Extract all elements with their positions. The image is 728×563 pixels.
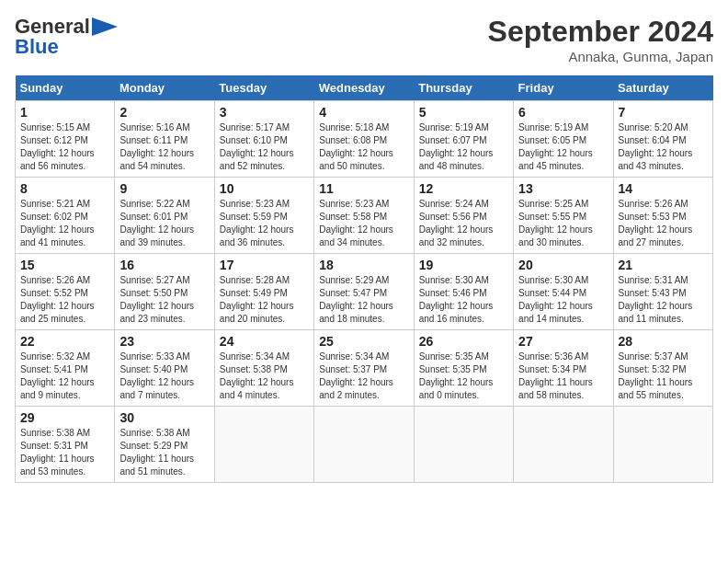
title-block: September 2024 Annaka, Gunma, Japan: [488, 15, 713, 64]
day-info: Sunrise: 5:18 AM Sunset: 6:08 PM Dayligh…: [319, 121, 408, 173]
day-number: 10: [220, 181, 309, 196]
day-number: 8: [20, 181, 109, 196]
day-info: Sunrise: 5:23 AM Sunset: 5:59 PM Dayligh…: [220, 198, 309, 249]
table-row: 2Sunrise: 5:16 AM Sunset: 6:11 PM Daylig…: [115, 101, 214, 178]
day-number: 25: [319, 334, 408, 349]
day-info: Sunrise: 5:26 AM Sunset: 5:53 PM Dayligh…: [619, 198, 708, 249]
day-info: Sunrise: 5:38 AM Sunset: 5:29 PM Dayligh…: [119, 427, 209, 478]
day-number: 19: [419, 258, 508, 272]
day-info: Sunrise: 5:36 AM Sunset: 5:34 PM Dayligh…: [518, 350, 608, 402]
table-row: 12Sunrise: 5:24 AM Sunset: 5:56 PM Dayli…: [414, 178, 513, 254]
day-number: 18: [319, 258, 408, 272]
svg-marker-0: [92, 17, 118, 36]
day-number: 15: [20, 258, 109, 272]
month-title: September 2024: [488, 15, 713, 49]
day-number: 14: [619, 181, 708, 196]
table-row: 4Sunrise: 5:18 AM Sunset: 6:08 PM Daylig…: [314, 101, 414, 178]
table-row: 29Sunrise: 5:38 AM Sunset: 5:31 PM Dayli…: [16, 407, 115, 483]
day-info: Sunrise: 5:21 AM Sunset: 6:02 PM Dayligh…: [20, 198, 109, 249]
day-number: 23: [119, 334, 209, 349]
table-row: [314, 407, 414, 483]
table-row: 20Sunrise: 5:30 AM Sunset: 5:44 PM Dayli…: [514, 254, 613, 330]
logo-arrow-icon: [92, 17, 118, 36]
calendar-header: Sunday Monday Tuesday Wednesday Thursday…: [16, 75, 713, 101]
table-row: 18Sunrise: 5:29 AM Sunset: 5:47 PM Dayli…: [314, 254, 414, 330]
day-number: 1: [20, 105, 109, 120]
col-monday: Monday: [115, 75, 214, 101]
location: Annaka, Gunma, Japan: [488, 49, 713, 64]
day-info: Sunrise: 5:32 AM Sunset: 5:41 PM Dayligh…: [20, 350, 109, 402]
calendar-week-row: 1Sunrise: 5:15 AM Sunset: 6:12 PM Daylig…: [16, 101, 713, 178]
table-row: [414, 407, 513, 483]
table-row: 25Sunrise: 5:34 AM Sunset: 5:37 PM Dayli…: [314, 330, 414, 407]
day-number: 27: [518, 334, 608, 349]
col-thursday: Thursday: [414, 75, 513, 101]
day-info: Sunrise: 5:15 AM Sunset: 6:12 PM Dayligh…: [20, 121, 109, 173]
day-number: 2: [119, 105, 209, 120]
day-number: 26: [419, 334, 508, 349]
col-wednesday: Wednesday: [314, 75, 414, 101]
day-number: 4: [319, 105, 408, 120]
day-info: Sunrise: 5:29 AM Sunset: 5:47 PM Dayligh…: [319, 274, 408, 326]
table-row: 14Sunrise: 5:26 AM Sunset: 5:53 PM Dayli…: [613, 178, 712, 254]
day-number: 6: [518, 105, 608, 120]
day-number: 28: [619, 334, 708, 349]
logo: General Blue: [15, 15, 118, 59]
table-row: 21Sunrise: 5:31 AM Sunset: 5:43 PM Dayli…: [613, 254, 712, 330]
table-row: [514, 407, 613, 483]
day-number: 12: [419, 181, 508, 196]
day-info: Sunrise: 5:20 AM Sunset: 6:04 PM Dayligh…: [619, 121, 708, 173]
table-row: 3Sunrise: 5:17 AM Sunset: 6:10 PM Daylig…: [214, 101, 313, 178]
day-info: Sunrise: 5:28 AM Sunset: 5:49 PM Dayligh…: [220, 274, 309, 326]
day-number: 5: [419, 105, 508, 120]
day-number: 13: [518, 181, 608, 196]
day-info: Sunrise: 5:19 AM Sunset: 6:05 PM Dayligh…: [518, 121, 608, 173]
day-number: 11: [319, 181, 408, 196]
day-info: Sunrise: 5:16 AM Sunset: 6:11 PM Dayligh…: [119, 121, 209, 173]
day-number: 24: [220, 334, 309, 349]
col-saturday: Saturday: [613, 75, 712, 101]
day-info: Sunrise: 5:25 AM Sunset: 5:55 PM Dayligh…: [518, 198, 608, 249]
table-row: 8Sunrise: 5:21 AM Sunset: 6:02 PM Daylig…: [16, 178, 115, 254]
day-info: Sunrise: 5:23 AM Sunset: 5:58 PM Dayligh…: [319, 198, 408, 249]
col-sunday: Sunday: [16, 75, 115, 101]
table-row: 5Sunrise: 5:19 AM Sunset: 6:07 PM Daylig…: [414, 101, 513, 178]
day-info: Sunrise: 5:22 AM Sunset: 6:01 PM Dayligh…: [119, 198, 209, 249]
page-header: General Blue September 2024 Annaka, Gunm…: [15, 15, 713, 64]
calendar-week-row: 29Sunrise: 5:38 AM Sunset: 5:31 PM Dayli…: [16, 407, 713, 483]
day-number: 20: [518, 258, 608, 272]
calendar-table: Sunday Monday Tuesday Wednesday Thursday…: [15, 75, 713, 483]
table-row: 30Sunrise: 5:38 AM Sunset: 5:29 PM Dayli…: [115, 407, 214, 483]
day-info: Sunrise: 5:26 AM Sunset: 5:52 PM Dayligh…: [20, 274, 109, 326]
col-tuesday: Tuesday: [214, 75, 313, 101]
table-row: 16Sunrise: 5:27 AM Sunset: 5:50 PM Dayli…: [115, 254, 214, 330]
table-row: [214, 407, 313, 483]
table-row: 28Sunrise: 5:37 AM Sunset: 5:32 PM Dayli…: [613, 330, 712, 407]
table-row: 17Sunrise: 5:28 AM Sunset: 5:49 PM Dayli…: [214, 254, 313, 330]
table-row: 7Sunrise: 5:20 AM Sunset: 6:04 PM Daylig…: [613, 101, 712, 178]
day-number: 16: [119, 258, 209, 272]
calendar-week-row: 15Sunrise: 5:26 AM Sunset: 5:52 PM Dayli…: [16, 254, 713, 330]
calendar-body: 1Sunrise: 5:15 AM Sunset: 6:12 PM Daylig…: [16, 101, 713, 483]
day-number: 3: [220, 105, 309, 120]
day-number: 7: [619, 105, 708, 120]
day-number: 29: [20, 410, 109, 425]
day-info: Sunrise: 5:33 AM Sunset: 5:40 PM Dayligh…: [119, 350, 209, 402]
day-number: 9: [119, 181, 209, 196]
table-row: 10Sunrise: 5:23 AM Sunset: 5:59 PM Dayli…: [214, 178, 313, 254]
calendar-week-row: 8Sunrise: 5:21 AM Sunset: 6:02 PM Daylig…: [16, 178, 713, 254]
table-row: 24Sunrise: 5:34 AM Sunset: 5:38 PM Dayli…: [214, 330, 313, 407]
table-row: 9Sunrise: 5:22 AM Sunset: 6:01 PM Daylig…: [115, 178, 214, 254]
table-row: 1Sunrise: 5:15 AM Sunset: 6:12 PM Daylig…: [16, 101, 115, 178]
table-row: 13Sunrise: 5:25 AM Sunset: 5:55 PM Dayli…: [514, 178, 613, 254]
day-number: 21: [619, 258, 708, 272]
table-row: 6Sunrise: 5:19 AM Sunset: 6:05 PM Daylig…: [514, 101, 613, 178]
table-row: [613, 407, 712, 483]
col-friday: Friday: [514, 75, 613, 101]
table-row: 23Sunrise: 5:33 AM Sunset: 5:40 PM Dayli…: [115, 330, 214, 407]
day-info: Sunrise: 5:30 AM Sunset: 5:46 PM Dayligh…: [419, 274, 508, 326]
day-info: Sunrise: 5:24 AM Sunset: 5:56 PM Dayligh…: [419, 198, 508, 249]
day-number: 17: [220, 258, 309, 272]
day-number: 22: [20, 334, 109, 349]
day-info: Sunrise: 5:31 AM Sunset: 5:43 PM Dayligh…: [619, 274, 708, 326]
